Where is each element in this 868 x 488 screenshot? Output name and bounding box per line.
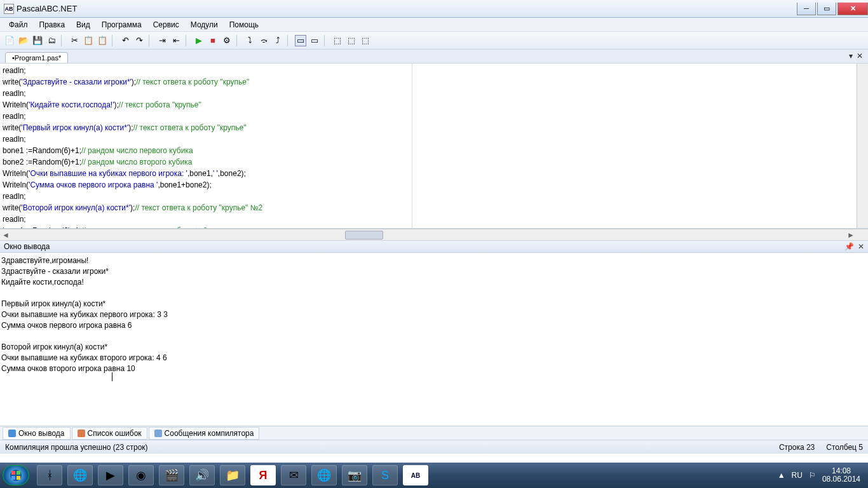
vertical-scrollbar[interactable] bbox=[857, 64, 868, 228]
paste-icon[interactable]: 📋 bbox=[97, 35, 108, 46]
pascalabc-taskbar-icon[interactable]: AB bbox=[403, 465, 428, 485]
titlebar: AB PascalABC.NET ─ ▭ ✕ bbox=[0, 0, 868, 18]
bluetooth-icon[interactable]: ᚼ bbox=[37, 465, 62, 485]
svg-rect-3 bbox=[11, 476, 15, 480]
tray-flag-icon[interactable]: ▲ bbox=[778, 471, 785, 480]
app2-icon[interactable]: 📷 bbox=[342, 465, 367, 485]
ie-icon[interactable]: 🌐 bbox=[67, 465, 93, 485]
tab-menu-icon[interactable]: ▾ bbox=[849, 51, 853, 60]
editor-right-pane bbox=[412, 64, 857, 228]
step-into-icon[interactable]: ⤵ bbox=[244, 35, 255, 46]
status-column: Столбец 5 bbox=[826, 443, 863, 452]
scroll-thumb[interactable] bbox=[345, 231, 383, 240]
tabstrip: •Program1.pas* ▾ ✕ bbox=[0, 50, 868, 64]
run-icon[interactable]: ▶ bbox=[193, 35, 205, 46]
tab-icon bbox=[154, 430, 162, 437]
tray-date: 08.06.2014 bbox=[822, 475, 860, 484]
panel-close-icon[interactable]: ✕ bbox=[858, 242, 864, 251]
form-designer-icon[interactable]: ⬚ bbox=[332, 35, 343, 46]
redo-icon[interactable]: ↷ bbox=[133, 35, 145, 46]
cut-icon[interactable]: ✂ bbox=[69, 35, 80, 46]
tray-action-icon[interactable]: ⚐ bbox=[809, 471, 816, 480]
taskbar: ᚼ 🌐 ▶ ◉ 🎬 🔊 📁 Я ✉ 🌐 📷 S AB ▲ RU ⚐ 14:08 … bbox=[0, 463, 868, 488]
mpc-icon[interactable]: 🎬 bbox=[159, 465, 184, 485]
close-button[interactable]: ✕ bbox=[837, 3, 868, 15]
separator bbox=[287, 35, 291, 46]
chrome-icon[interactable]: 🌐 bbox=[311, 465, 337, 485]
open-file-icon[interactable]: 📂 bbox=[18, 35, 29, 46]
bottom-tabs: Окно выводаСписок ошибокСообщения компил… bbox=[0, 426, 868, 440]
sound-icon[interactable]: 🔊 bbox=[189, 465, 215, 485]
output-panel[interactable]: Здравствуйте,игроманы! Здраствуйте - ска… bbox=[0, 253, 868, 426]
new-file-icon[interactable]: 📄 bbox=[4, 35, 15, 46]
skype-icon[interactable]: S bbox=[372, 465, 398, 485]
outdent-icon[interactable]: ⇤ bbox=[170, 35, 182, 46]
tab-label: Сообщения компилятора bbox=[165, 429, 254, 438]
step-over-icon[interactable]: ⤼ bbox=[258, 35, 269, 46]
bottom-tab-1[interactable]: Список ошибок bbox=[72, 427, 147, 440]
scroll-left-icon[interactable]: ◄ bbox=[0, 229, 11, 240]
code-editor[interactable]: readln;write('Здраствуйте - сказали игро… bbox=[0, 64, 412, 228]
menu-Сервис[interactable]: Сервис bbox=[148, 19, 184, 30]
separator bbox=[149, 35, 153, 46]
panel2-icon[interactable]: ▭ bbox=[309, 35, 320, 46]
tab-icon bbox=[78, 430, 85, 437]
output-panel-title: Окно вывода 📌 ✕ bbox=[0, 240, 868, 253]
maximize-button[interactable]: ▭ bbox=[817, 3, 836, 15]
app-icon: AB bbox=[4, 4, 14, 14]
separator bbox=[112, 35, 116, 46]
save-icon[interactable]: 💾 bbox=[32, 35, 43, 46]
svg-rect-2 bbox=[17, 471, 20, 475]
indent-icon[interactable]: ⇥ bbox=[156, 35, 168, 46]
tray-clock[interactable]: 14:08 08.06.2014 bbox=[822, 467, 860, 484]
menu-Вид[interactable]: Вид bbox=[71, 19, 95, 30]
start-button[interactable] bbox=[3, 465, 29, 485]
explorer-icon[interactable]: 📁 bbox=[220, 465, 245, 485]
minimize-button[interactable]: ─ bbox=[797, 3, 816, 15]
separator bbox=[324, 35, 328, 46]
menu-Модули[interactable]: Модули bbox=[186, 19, 223, 30]
step-out-icon[interactable]: ⤴ bbox=[272, 35, 283, 46]
panel-toggle-icon[interactable]: ▭ bbox=[295, 35, 306, 46]
status-line: Строка 23 bbox=[779, 443, 815, 452]
svg-rect-1 bbox=[11, 471, 15, 475]
window-title: PascalABC.NET bbox=[17, 4, 796, 13]
copy-icon[interactable]: 📋 bbox=[83, 35, 94, 46]
tab-icon bbox=[8, 430, 16, 437]
toolbox-icon[interactable]: ⬚ bbox=[360, 35, 371, 46]
bottom-tab-0[interactable]: Окно вывода bbox=[3, 427, 71, 440]
tab-close-icon[interactable]: ✕ bbox=[857, 51, 863, 60]
editor-area: readln;write('Здраствуйте - сказали игро… bbox=[0, 64, 868, 229]
menu-Помощь[interactable]: Помощь bbox=[224, 19, 264, 30]
scroll-right-icon[interactable]: ► bbox=[845, 229, 857, 240]
menu-Программа[interactable]: Программа bbox=[97, 19, 147, 30]
stop-icon[interactable]: ■ bbox=[207, 35, 219, 46]
wmp-icon[interactable]: ▶ bbox=[98, 465, 123, 485]
separator bbox=[61, 35, 65, 46]
mail-icon[interactable]: ✉ bbox=[281, 465, 306, 485]
undo-icon[interactable]: ↶ bbox=[119, 35, 131, 46]
output-text: Здравствуйте,игроманы! Здраствуйте - ска… bbox=[1, 256, 168, 373]
horizontal-scrollbar[interactable]: ◄ ► bbox=[0, 229, 868, 240]
system-tray: ▲ RU ⚐ 14:08 08.06.2014 bbox=[778, 467, 868, 484]
menu-Правка[interactable]: Правка bbox=[34, 19, 71, 30]
separator bbox=[236, 35, 240, 46]
pin-icon[interactable]: 📌 bbox=[844, 242, 854, 251]
menubar: ФайлПравкаВидПрограммаСервисМодулиПомощь bbox=[0, 18, 868, 32]
tab-label: Список ошибок bbox=[88, 429, 142, 438]
compile-icon[interactable]: ⚙ bbox=[221, 35, 233, 46]
tab-label: Окно вывода bbox=[18, 429, 65, 438]
yandex-icon[interactable]: Я bbox=[250, 465, 276, 485]
save-all-icon[interactable]: 🗂 bbox=[46, 35, 57, 46]
menu-Файл[interactable]: Файл bbox=[4, 19, 33, 30]
properties-icon[interactable]: ⬚ bbox=[346, 35, 357, 46]
separator bbox=[186, 35, 189, 46]
file-tab[interactable]: •Program1.pas* bbox=[5, 52, 68, 63]
tray-lang[interactable]: RU bbox=[792, 471, 803, 480]
app1-icon[interactable]: ◉ bbox=[128, 465, 154, 485]
text-caret bbox=[112, 372, 112, 381]
toolbar: 📄 📂 💾 🗂 ✂ 📋 📋 ↶ ↷ ⇥ ⇤ ▶ ■ ⚙ ⤵ ⤼ ⤴ ▭ ▭ ⬚ … bbox=[0, 32, 868, 50]
output-panel-label: Окно вывода bbox=[4, 242, 50, 251]
status-message: Компиляция прошла успешно (23 строк) bbox=[5, 443, 148, 452]
bottom-tab-2[interactable]: Сообщения компилятора bbox=[149, 427, 260, 440]
